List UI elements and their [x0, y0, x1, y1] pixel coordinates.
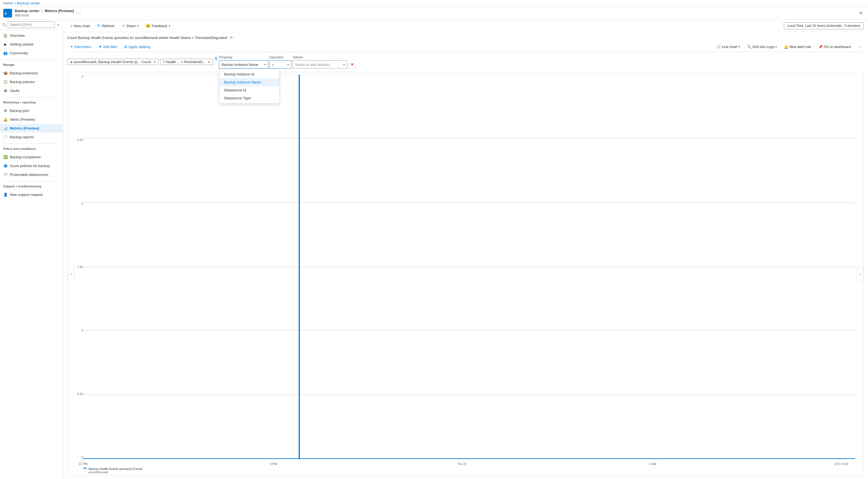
sidebar-item-overview[interactable]: 🏠 Overview — [0, 31, 63, 40]
sidebar-item-label: Azure policies for backup — [10, 164, 50, 168]
dropdown-item-backup-instance-id[interactable]: Backup Instance Id — [219, 70, 279, 78]
property-select-row: Backup Instance Name ▾ Backup Instance I… — [219, 60, 356, 68]
sidebar-item-azure-policies[interactable]: 🔷 Azure policies for backup — [0, 161, 63, 170]
svg-text:B: B — [5, 11, 7, 16]
drill-logs-button[interactable]: 🔍 Drill into Logs ▾ — [744, 43, 779, 50]
add-metric-button[interactable]: ✦ Add metric — [67, 43, 94, 50]
remove-health-filter-button[interactable]: ✕ — [208, 60, 210, 64]
sidebar-item-label: Protectable datasources — [10, 173, 48, 177]
x-label-12pm: 12 PM — [79, 462, 88, 466]
filter-right-buttons: 📈 Line chart ▾ 🔍 Drill into Logs ▾ 🔔 New… — [714, 43, 864, 50]
main-toolbar: + New chart ↻ Refresh ↗ Share ▾ 😊 Feedba… — [63, 20, 868, 32]
sidebar: « 🏠 Overview ▶ Getting started 👥 Communi… — [0, 20, 63, 479]
sidebar-item-label: Backup instances — [10, 71, 38, 75]
edit-chart-button[interactable]: ✏ — [230, 35, 233, 40]
collapse-sidebar-button[interactable]: « — [56, 21, 61, 28]
sidebar-item-backup-instances[interactable]: 📦 Backup instances — [0, 68, 63, 78]
property-filter-container: ⊽ Property Operator Values Backup Instan… — [214, 55, 356, 68]
property-chevron-icon: ▾ — [265, 63, 266, 66]
y-label-0-5: 0.50 — [78, 392, 83, 396]
sidebar-policy-section: ✅ Backup compliance 🔷 Azure policies for… — [0, 151, 63, 180]
share-button[interactable]: ↗ Share ▾ — [119, 22, 142, 30]
feedback-icon: 😊 — [146, 24, 150, 28]
search-box: « — [0, 20, 63, 30]
backup-jobs-icon: ⚙ — [3, 108, 8, 113]
search-input[interactable] — [8, 21, 55, 28]
sidebar-divider-2 — [3, 97, 60, 97]
azure-metric-icon: ◈ — [70, 60, 72, 64]
backup-instances-icon: 📦 — [3, 71, 8, 75]
more-chart-icon: ··· — [858, 45, 861, 49]
dropdown-item-datasource-type[interactable]: Datasource Type — [219, 94, 279, 102]
active-filters-row: ◈ azurefilesvault, Backup Health Events … — [67, 54, 864, 70]
new-chart-button[interactable]: + New chart — [67, 22, 93, 30]
breadcrumb-home[interactable]: Home — [3, 1, 13, 5]
chart-nav-right-button[interactable]: › — [857, 267, 863, 280]
sidebar-item-new-support-request[interactable]: 👤 New support request — [0, 190, 63, 199]
y-label-1-5: 1.50 — [78, 265, 83, 269]
add-filter-button[interactable]: ▼ Add filter — [96, 43, 120, 50]
refresh-button[interactable]: ↻ Refresh — [94, 22, 118, 30]
x-label-6pm: 6 PM — [270, 462, 277, 466]
legend-color-block — [83, 468, 87, 469]
property-select-labels: Property Operator Values — [219, 55, 356, 59]
sidebar-item-label: Metrics (Preview) — [10, 126, 39, 130]
sidebar-item-backup-jobs[interactable]: ⚙ Backup jobs — [0, 106, 63, 115]
sidebar-support-section: 👤 New support request — [0, 189, 63, 200]
values-select-dropdown[interactable]: Select or add value(s) ▾ — [292, 60, 347, 68]
sidebar-item-label: New support request — [10, 192, 43, 197]
dropdown-item-datasource-id[interactable]: Datasource Id — [219, 86, 279, 94]
y-label-2-5: 2.50 — [78, 138, 83, 142]
filter-funnel-icon-2: ⊽ — [214, 55, 218, 61]
property-label: Property — [219, 55, 268, 59]
sidebar-manage-section: 📦 Backup instances 📋 Backup policies 🏛 V… — [0, 67, 63, 96]
vaults-icon: 🏛 — [3, 88, 8, 93]
x-label-thu21: Thu 21 — [457, 462, 466, 466]
top-bar: B Backup center | Metrics (Preview) Micr… — [0, 7, 868, 20]
drill-logs-chevron: ▾ — [775, 45, 777, 48]
app-microsoft: Microsoft — [16, 13, 74, 17]
sidebar-section-support: Support + troubleshooting — [0, 182, 63, 189]
sidebar-item-vaults[interactable]: 🏛 Vaults — [0, 86, 63, 95]
sidebar-item-community[interactable]: 👥 Community — [0, 49, 63, 57]
time-range-button[interactable]: Local Time: Last 24 hours (Automatic - 5… — [784, 22, 864, 29]
sidebar-item-backup-policies[interactable]: 📋 Backup policies — [0, 78, 63, 86]
sidebar-item-label: Getting started — [10, 42, 33, 47]
breadcrumb-sep: > — [14, 1, 16, 5]
sidebar-item-protectable-datasources[interactable]: 🛡 Protectable datasources — [0, 170, 63, 179]
chart-nav-left-button[interactable]: ‹ — [68, 267, 74, 280]
dropdown-item-backup-instance-name[interactable]: Backup Instance Name — [219, 78, 279, 86]
y-axis: 3 2.50 2 1.50 1 0.50 0 — [70, 75, 83, 459]
sidebar-item-getting-started[interactable]: ▶ Getting started — [0, 40, 63, 49]
legend-title: Backup Health Events (preview) (Count) — [89, 467, 142, 471]
more-chart-options-button[interactable]: ··· — [855, 43, 864, 50]
sidebar-item-metrics[interactable]: 📊 Metrics (Preview) — [0, 124, 63, 132]
legend-color — [83, 468, 87, 469]
line-chart-button[interactable]: 📈 Line chart ▾ — [714, 43, 743, 50]
metric-filter-text: azurefilesvault, Backup Health Events (p… — [73, 60, 151, 64]
filter-funnel-icon: ⊽ — [163, 60, 165, 64]
remove-metric-filter-button[interactable]: ✕ — [153, 60, 156, 64]
sidebar-item-backup-reports[interactable]: 📄 Backup reports — [0, 132, 63, 141]
more-options-button[interactable]: ··· — [76, 10, 82, 16]
sidebar-item-alerts[interactable]: 🔔 Alerts (Preview) — [0, 115, 63, 124]
close-button[interactable]: ✕ — [857, 9, 865, 17]
app-icon: B — [3, 9, 12, 18]
close-property-filter-button[interactable]: ✕ — [348, 60, 356, 68]
operator-select-dropdown[interactable]: = ▾ — [269, 60, 291, 68]
backup-reports-icon: 📄 — [3, 135, 8, 139]
sidebar-item-label: Backup jobs — [10, 109, 29, 113]
apply-splitting-button[interactable]: ⊞ Apply splitting — [122, 43, 153, 50]
feedback-button[interactable]: 😊 Feedback ▾ — [143, 22, 173, 30]
new-alert-rule-button[interactable]: 🔔 New alert rule — [781, 43, 814, 50]
sidebar-item-backup-compliance[interactable]: ✅ Backup compliance — [0, 153, 63, 161]
sidebar-item-label: Backup compliance — [10, 155, 41, 159]
pin-to-dashboard-button[interactable]: 📌 Pin to dashboard — [816, 43, 854, 50]
filter-toolbar: ✦ Add metric ▼ Add filter ⊞ Apply splitt… — [67, 42, 864, 52]
property-select-dropdown[interactable]: Backup Instance Name ▾ Backup Instance I… — [219, 60, 268, 68]
protectable-datasources-icon: 🛡 — [3, 172, 8, 177]
azure-policies-icon: 🔷 — [3, 163, 8, 168]
metrics-icon: 📊 — [3, 126, 8, 130]
backup-policies-icon: 📋 — [3, 80, 8, 84]
refresh-icon: ↻ — [97, 24, 101, 28]
